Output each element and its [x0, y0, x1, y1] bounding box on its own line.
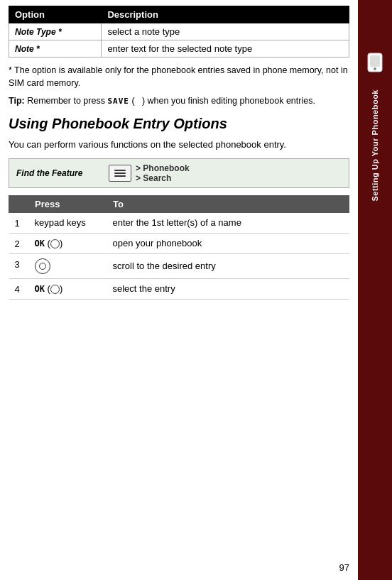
press-cell-scroll — [29, 253, 107, 278]
tip-text-before: Remember to press — [25, 96, 108, 106]
ok-label: OK — [35, 284, 45, 294]
find-feature-label: Find the Feature — [16, 168, 109, 178]
page-number: 97 — [339, 562, 349, 573]
row-num: 1 — [9, 212, 29, 233]
row-num: 2 — [9, 233, 29, 253]
option-description: enter text for the selected note type — [102, 40, 349, 58]
description-col-header: Description — [102, 6, 349, 23]
press-cell-ok: OK () — [29, 233, 107, 253]
to-cell: enter the 1st letter(s) of a name — [107, 212, 349, 233]
ok-label: OK — [35, 239, 45, 248]
right-sidebar: Setting Up Your Phonebook — [358, 0, 392, 580]
circle-btn-icon — [50, 285, 60, 294]
tip-bold-label: Tip: — [9, 96, 25, 106]
tip-text-after: ( ) when you finish editing phonebook en… — [129, 96, 315, 106]
find-feature-box: Find the Feature > Phonebook > Search — [9, 158, 349, 188]
option-col-header: Option — [9, 6, 102, 23]
path-item-phonebook: > Phonebook — [136, 163, 190, 173]
find-feature-steps: > Phonebook > Search — [109, 163, 190, 183]
table-row: 4 OK () select the entry — [9, 278, 349, 299]
to-cell: scroll to the desired entry — [107, 253, 349, 278]
table-row: 2 OK () open your phonebook — [9, 233, 349, 253]
scroll-icon — [35, 258, 50, 274]
num-col-header — [9, 195, 29, 212]
footnote-text: * The option is available only for the p… — [9, 65, 349, 89]
table-row: 1 keypad keys enter the 1st letter(s) of… — [9, 212, 349, 233]
option-description: select a note type — [102, 23, 349, 40]
press-to-table: Press To 1 keypad keys enter the 1st let… — [9, 195, 349, 300]
menu-icon-line — [114, 170, 126, 171]
press-cell: keypad keys — [29, 212, 107, 233]
menu-icon-line — [114, 173, 126, 174]
svg-rect-1 — [370, 55, 380, 67]
press-col-header: Press — [29, 195, 107, 212]
option-label: Note * — [15, 44, 40, 54]
section-title: Using Phonebook Entry Options — [9, 115, 349, 133]
sidebar-label: Setting Up Your Phonebook — [371, 89, 379, 202]
phone-icon — [362, 50, 388, 75]
path-item-search: > Search — [136, 173, 190, 183]
menu-icon — [109, 165, 131, 182]
intro-text: You can perform various functions on the… — [9, 138, 349, 151]
menu-icon-line — [114, 175, 126, 177]
table-row: Note * enter text for the selected note … — [9, 40, 349, 58]
to-cell: open your phonebook — [107, 233, 349, 253]
menu-icon-lines — [114, 170, 126, 177]
tip-paragraph: Tip: Remember to press SAVE ( ) when you… — [9, 95, 349, 108]
option-label: Note Type * — [15, 27, 62, 37]
feature-path: > Phonebook > Search — [136, 163, 190, 183]
row-num: 4 — [9, 278, 29, 299]
option-description-table: Option Description Note Type * select a … — [9, 6, 349, 58]
circle-btn-icon — [50, 239, 60, 248]
to-cell: select the entry — [107, 278, 349, 299]
table-row: 3 scroll to the desired entry — [9, 253, 349, 278]
press-cell-ok: OK () — [29, 278, 107, 299]
save-label: SAVE — [107, 97, 129, 106]
row-num: 3 — [9, 253, 29, 278]
to-col-header: To — [107, 195, 349, 212]
svg-point-2 — [374, 67, 376, 70]
table-row: Note Type * select a note type — [9, 23, 349, 40]
